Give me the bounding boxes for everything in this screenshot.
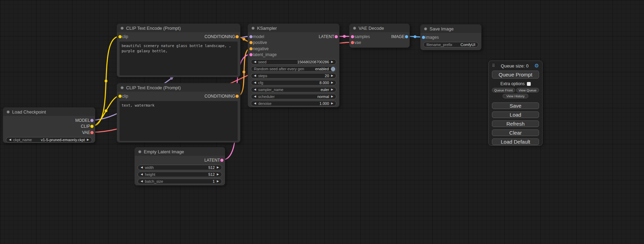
input-port-latent-image[interactable] bbox=[249, 53, 253, 56]
input-port-model[interactable] bbox=[249, 35, 253, 38]
node-ksampler[interactable]: KSampler model LATENT positive negative … bbox=[248, 24, 339, 107]
widget-ckpt-name[interactable]: ◀ ckpt_name v1-5-pruned-emaonly.ckpt ▶ bbox=[6, 137, 92, 143]
widget-label: width bbox=[145, 165, 154, 170]
input-port-vae[interactable] bbox=[351, 41, 354, 44]
arrow-left-icon[interactable]: ◀ bbox=[141, 166, 143, 169]
widget-control-after-generate[interactable]: Random seed after every gen enabled bbox=[251, 66, 336, 72]
queue-front-button[interactable]: Queue Front bbox=[492, 88, 515, 92]
node-body: clip CONDITIONING beautiful scenery natu… bbox=[117, 32, 240, 75]
node-title-bar[interactable]: CLIP Text Encode (Prompt) bbox=[117, 24, 240, 32]
arrow-left-icon[interactable]: ◀ bbox=[254, 102, 256, 105]
widget-value: euler bbox=[320, 88, 329, 92]
settings-gear-icon[interactable]: ⚙ bbox=[535, 63, 539, 69]
arrow-right-icon[interactable]: ▶ bbox=[331, 88, 333, 91]
input-port-clip[interactable] bbox=[118, 35, 122, 38]
node-title: Empty Latent Image bbox=[144, 149, 184, 154]
arrow-left-icon[interactable]: ◀ bbox=[141, 173, 143, 176]
input-port-clip[interactable] bbox=[118, 94, 122, 98]
arrow-right-icon[interactable]: ▶ bbox=[331, 102, 333, 105]
widget-denoise[interactable]: ◀ denoise 1.000 ▶ bbox=[251, 101, 336, 106]
clear-button[interactable]: Clear bbox=[492, 129, 539, 136]
widget-seed[interactable]: ◀ seed 156680208700286 ▶ bbox=[251, 59, 336, 65]
arrow-right-icon[interactable]: ▶ bbox=[331, 61, 333, 63]
prompt-text-input[interactable]: beautiful scenery nature glass bottle la… bbox=[120, 42, 238, 75]
widget-value: 8.000 bbox=[319, 81, 329, 85]
queue-buttons-row: Queue Front View Queue bbox=[492, 88, 539, 92]
arrow-left-icon[interactable]: ◀ bbox=[254, 88, 256, 91]
node-title-bar[interactable]: KSampler bbox=[248, 24, 339, 32]
input-port-negative[interactable] bbox=[249, 47, 253, 50]
arrow-left-icon[interactable]: ◀ bbox=[254, 81, 256, 84]
arrow-right-icon[interactable]: ▶ bbox=[217, 180, 219, 183]
node-title-bar[interactable]: Empty Latent Image bbox=[135, 147, 225, 156]
arrow-left-icon[interactable]: ◀ bbox=[141, 180, 143, 183]
output-port-conditioning[interactable] bbox=[236, 94, 239, 98]
extra-options-label: Extra options bbox=[500, 81, 524, 86]
arrow-left-icon[interactable]: ◀ bbox=[254, 95, 256, 98]
widget-filename-prefix[interactable]: filename_prefix ComfyUI bbox=[423, 42, 478, 47]
collapse-icon[interactable] bbox=[121, 27, 124, 30]
node-vae-decode[interactable]: VAE Decode samples IMAGE vae bbox=[349, 24, 410, 48]
node-load-checkpoint[interactable]: Load Checkpoint MODEL CLIP VAE ◀ ckpt_na… bbox=[3, 107, 95, 143]
arrow-right-icon[interactable]: ▶ bbox=[217, 173, 219, 176]
queue-prompt-button[interactable]: Queue Prompt bbox=[492, 71, 539, 79]
view-history-button[interactable]: View History bbox=[503, 94, 528, 98]
input-port-positive[interactable] bbox=[249, 41, 253, 44]
output-port-vae[interactable] bbox=[90, 131, 94, 134]
arrow-left-icon[interactable]: ◀ bbox=[254, 61, 256, 63]
collapse-icon[interactable] bbox=[121, 86, 124, 89]
slot-row: samples IMAGE bbox=[350, 34, 409, 40]
widget-width[interactable]: ◀ width 512 ▶ bbox=[138, 165, 222, 170]
toggle-knob-icon[interactable] bbox=[331, 67, 335, 71]
slot-row: clip CONDITIONING bbox=[117, 34, 240, 40]
node-clip-text-encode-negative[interactable]: CLIP Text Encode (Prompt) clip CONDITION… bbox=[117, 83, 240, 143]
extra-options-row: Extra options bbox=[492, 81, 539, 86]
prompt-text-input[interactable]: text, watermark bbox=[120, 101, 238, 141]
widget-cfg[interactable]: ◀ cfg 8.000 ▶ bbox=[251, 80, 336, 85]
collapse-icon[interactable] bbox=[252, 27, 255, 30]
widget-height[interactable]: ◀ height 512 ▶ bbox=[138, 172, 222, 177]
arrow-left-icon[interactable]: ◀ bbox=[9, 138, 11, 141]
node-title-bar[interactable]: VAE Decode bbox=[350, 24, 409, 32]
load-default-button[interactable]: Load Default bbox=[492, 138, 539, 145]
node-body: clip CONDITIONING text, watermark bbox=[117, 92, 240, 141]
widget-steps[interactable]: ◀ steps 20 ▶ bbox=[251, 73, 336, 79]
collapse-icon[interactable] bbox=[138, 150, 141, 153]
node-save-image[interactable]: Save Image images filename_prefix ComfyU… bbox=[420, 24, 482, 50]
output-port-latent[interactable] bbox=[335, 35, 338, 38]
arrow-right-icon[interactable]: ▶ bbox=[331, 81, 333, 84]
arrow-right-icon[interactable]: ▶ bbox=[217, 166, 219, 169]
collapse-icon[interactable] bbox=[353, 27, 356, 30]
drag-handle-icon[interactable]: ⠿ bbox=[492, 63, 495, 68]
node-title-bar[interactable]: CLIP Text Encode (Prompt) bbox=[117, 83, 240, 92]
output-port-conditioning[interactable] bbox=[236, 35, 239, 38]
arrow-left-icon[interactable]: ◀ bbox=[254, 74, 256, 77]
widget-label: cfg bbox=[258, 81, 263, 85]
refresh-button[interactable]: Refresh bbox=[492, 120, 539, 127]
workflow-buttons: Save Load Refresh Clear Load Default bbox=[492, 102, 539, 145]
queue-size-label: Queue size: 0 bbox=[495, 63, 535, 69]
output-port-model[interactable] bbox=[90, 119, 94, 122]
node-title-bar[interactable]: Load Checkpoint bbox=[3, 108, 95, 116]
input-port-images[interactable] bbox=[422, 36, 425, 39]
node-clip-text-encode-positive[interactable]: CLIP Text Encode (Prompt) clip CONDITION… bbox=[117, 24, 240, 77]
output-port-latent[interactable] bbox=[220, 159, 223, 162]
output-port-clip[interactable] bbox=[90, 125, 94, 128]
view-queue-button[interactable]: View Queue bbox=[516, 88, 539, 92]
collapse-icon[interactable] bbox=[7, 110, 10, 114]
collapse-icon[interactable] bbox=[424, 27, 427, 30]
widget-sampler-name[interactable]: ◀ sampler_name euler ▶ bbox=[251, 87, 336, 92]
widget-scheduler[interactable]: ◀ scheduler normal ▶ bbox=[251, 94, 336, 99]
widget-batch-size[interactable]: ◀ batch_size 1 ▶ bbox=[138, 179, 222, 184]
node-empty-latent-image[interactable]: Empty Latent Image LATENT ◀ width 512 ▶ … bbox=[134, 147, 225, 186]
node-title-bar[interactable]: Save Image bbox=[421, 25, 481, 33]
arrow-right-icon[interactable]: ▶ bbox=[331, 95, 333, 98]
output-port-image[interactable] bbox=[405, 35, 408, 38]
load-button[interactable]: Load bbox=[492, 111, 539, 118]
save-button[interactable]: Save bbox=[492, 102, 539, 109]
widget-value: 512 bbox=[208, 165, 214, 170]
input-port-samples[interactable] bbox=[351, 35, 354, 38]
extra-options-checkbox[interactable] bbox=[527, 82, 531, 86]
arrow-right-icon[interactable]: ▶ bbox=[331, 74, 333, 77]
arrow-right-icon[interactable]: ▶ bbox=[87, 138, 89, 141]
